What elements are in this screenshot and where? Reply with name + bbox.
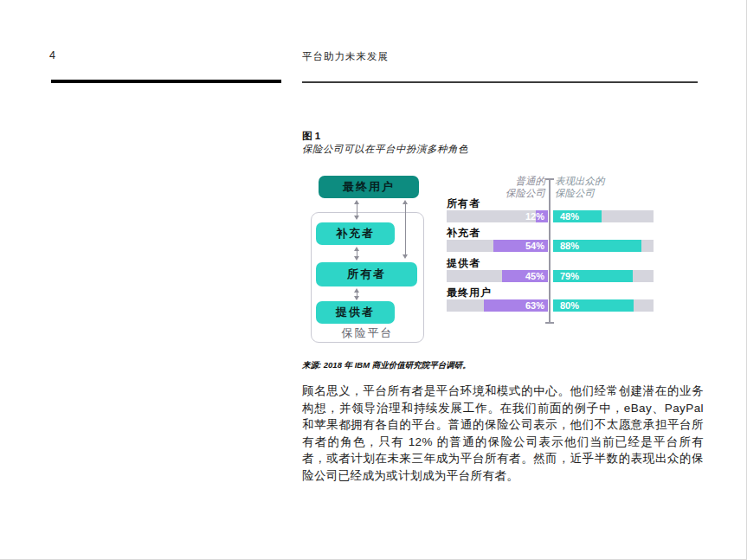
bar-track-right: 88% [553,240,654,252]
legend-outperforming-insurers: 表现出众的 保险公司 [555,175,650,199]
bar-value-label: 88% [560,240,579,252]
axis-tick [545,322,554,324]
body-paragraph: 顾名思义，平台所有者是平台环境和模式的中心。他们经常创建潜在的业务构想，并领导治… [302,383,704,485]
diagram-node-end-user: 最终用户 [319,176,419,198]
double-arrow-icon [353,247,361,261]
chart-row: 所有者12%48% [447,196,654,226]
category-label: 提供者 [447,256,480,271]
category-label: 补充者 [447,226,480,241]
category-label: 最终用户 [447,286,492,300]
bar-value-label: 63% [525,299,544,312]
figure-caption: 保险公司可以在平台中扮演多种角色 [302,143,468,156]
header-rule-left [51,80,281,83]
bar-track-right: 80% [553,299,654,312]
legend-ordinary-insurers: 普通的 保险公司 [447,175,545,199]
double-arrow-icon [402,200,409,259]
running-header: 平台助力未来发展 [302,50,389,63]
diagram-node-provider: 提供者 [316,301,395,324]
figure-source: 来源: 2018 年 IBM 商业价值研究院平台调研。 [302,360,471,371]
page-number: 4 [49,49,55,61]
bar-value-label: 80% [560,299,579,312]
header-rule-right [302,81,698,83]
chart-row: 补充者54%88% [447,226,654,255]
bar-value-label: 54% [525,240,544,252]
bar-track-left: 54% [447,240,548,252]
figure-label: 图 1 [302,130,320,143]
bar-value-label: 45% [525,270,544,282]
category-label: 所有者 [447,196,480,211]
roles-bar-chart: 普通的 保险公司 表现出众的 保险公司 所有者12%48%补充者54%88%提供… [447,173,654,325]
double-arrow-icon [353,288,361,300]
bar-track-right: 48% [553,210,654,222]
platform-label: 保险平台 [311,325,424,341]
diagram-node-owner: 所有者 [316,262,417,286]
bar-track-left: 12% [447,210,548,222]
bar-value-label: 48% [560,210,579,222]
report-page: 4 平台助力未来发展 图 1 保险公司可以在平台中扮演多种角色 最终用户 补充者… [0,0,747,560]
chart-row: 提供者45%79% [447,256,654,286]
diagram-node-complementor: 补充者 [316,222,395,245]
bar-track-right: 79% [553,270,654,282]
bar-value-label: 79% [560,270,579,282]
double-arrow-icon [353,200,361,220]
chart-row: 最终用户63%80% [447,286,654,315]
bar-track-left: 45% [447,270,548,282]
bar-value-label: 12% [525,210,544,222]
platform-roles-diagram: 最终用户 补充者 所有者 提供者 保险平台 [311,173,426,346]
bar-track-left: 63% [447,299,548,312]
